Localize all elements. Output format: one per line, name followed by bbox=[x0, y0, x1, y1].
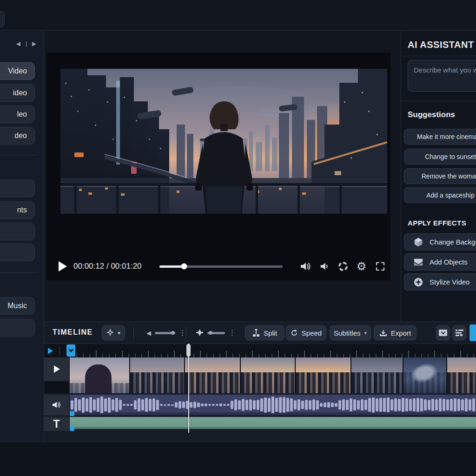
suggestions-title: Suggestions bbox=[408, 110, 455, 119]
player-controls: 00:00:12 / 00:01:20 ⚙ bbox=[46, 256, 390, 277]
panel-toggle-blue-button[interactable] bbox=[469, 324, 476, 341]
panel-divider bbox=[401, 101, 476, 101]
main-area: 00:00:12 / 00:01:20 ⚙ bbox=[44, 31, 401, 322]
list-icon bbox=[456, 330, 463, 336]
snap-icon bbox=[196, 329, 204, 337]
chevron-envelope-icon bbox=[439, 330, 447, 336]
in-point-marker[interactable] bbox=[66, 344, 75, 357]
sidebar-item-7[interactable] bbox=[0, 223, 35, 240]
subtitles-button[interactable]: Subtitles ▾ bbox=[330, 325, 371, 340]
audio-track-header[interactable] bbox=[44, 395, 69, 415]
suggestion-remove-woman[interactable]: Remove the woman bbox=[404, 168, 476, 184]
seek-bar-fill bbox=[159, 265, 184, 268]
loop-icon[interactable] bbox=[334, 261, 352, 272]
clip-thumbnail[interactable] bbox=[130, 357, 184, 393]
clip-thumbnail[interactable] bbox=[185, 357, 240, 393]
video-track-header[interactable] bbox=[44, 357, 69, 381]
clip-thumbnail[interactable] bbox=[447, 357, 476, 393]
clip-thumbnail[interactable] bbox=[403, 357, 446, 393]
fullscreen-icon[interactable] bbox=[371, 261, 390, 271]
suggestion-cinematic[interactable]: Make it more cinematic bbox=[404, 129, 476, 145]
audio-track[interactable] bbox=[70, 395, 476, 415]
preview-video-scene bbox=[60, 69, 387, 214]
chevron-down-icon bbox=[68, 347, 73, 352]
clip-thumbnail[interactable] bbox=[351, 357, 403, 393]
sidebar-item-elements[interactable]: nts bbox=[0, 201, 35, 219]
inbox-button[interactable] bbox=[436, 325, 450, 340]
ai-prompt-input[interactable] bbox=[408, 60, 476, 92]
stylize-icon bbox=[413, 277, 424, 288]
panel-divider bbox=[401, 56, 476, 56]
sidebar-divider bbox=[0, 272, 37, 273]
seek-bar[interactable] bbox=[159, 265, 283, 268]
scale-slider-thumb[interactable] bbox=[209, 331, 212, 335]
chevron-down-icon: ▾ bbox=[118, 330, 120, 336]
split-icon bbox=[252, 329, 260, 337]
top-bar bbox=[0, 0, 476, 31]
video-track bbox=[70, 357, 476, 393]
clip-thumbnail[interactable] bbox=[296, 357, 350, 393]
video-preview-panel: 00:00:12 / 00:01:20 ⚙ bbox=[46, 53, 390, 280]
timeline-play-icon[interactable] bbox=[48, 348, 53, 354]
kebab-menu-icon[interactable]: ⋮ bbox=[229, 329, 236, 337]
cube-icon bbox=[413, 237, 424, 248]
settings-gear-icon[interactable]: ⚙ bbox=[352, 261, 371, 272]
export-icon bbox=[379, 329, 387, 337]
suggestion-sunset[interactable]: Change to sunset bbox=[404, 149, 476, 165]
sidebar-item-5[interactable] bbox=[0, 179, 35, 197]
sidebar-item-video-4[interactable]: deo bbox=[0, 127, 35, 145]
zoom-slider-track[interactable] bbox=[155, 332, 175, 334]
volume-icon[interactable] bbox=[297, 261, 315, 271]
effect-add-objects-button[interactable]: Add Objects bbox=[404, 253, 476, 271]
queue-list-button[interactable] bbox=[452, 325, 466, 340]
speed-icon bbox=[291, 329, 298, 337]
text-clip-handle[interactable] bbox=[70, 426, 74, 431]
audio-waveform bbox=[70, 395, 476, 415]
timeline-ruler[interactable] bbox=[44, 344, 476, 357]
zoom-slider-thumb[interactable] bbox=[171, 331, 175, 335]
layers-icon bbox=[413, 257, 424, 268]
left-triangle-icon: ◀ bbox=[146, 330, 151, 337]
sidebar-item-video-3[interactable]: leo bbox=[0, 106, 35, 123]
video-frame[interactable] bbox=[60, 69, 387, 214]
effect-change-background-button[interactable]: Change Background bbox=[404, 233, 476, 251]
speed-button[interactable]: Speed bbox=[286, 325, 326, 340]
ruler-divider bbox=[60, 347, 60, 355]
clip-thumbnail[interactable] bbox=[241, 357, 295, 393]
text-track-header[interactable]: T bbox=[44, 417, 69, 431]
audio-clip-handle[interactable] bbox=[70, 411, 74, 416]
export-button[interactable]: Export bbox=[374, 325, 416, 340]
duration: 00:01:20 bbox=[111, 262, 141, 271]
play-button[interactable] bbox=[59, 261, 67, 271]
toolbar-divider bbox=[133, 327, 134, 339]
media-sidebar: ◀ ❘ ▶ Video ideo leo deo nts Music bbox=[0, 31, 44, 442]
clip-thumbnail[interactable] bbox=[70, 357, 129, 393]
sidebar-item-music[interactable]: Music bbox=[0, 297, 35, 315]
window-menu-button[interactable] bbox=[0, 11, 5, 27]
zoom-slider-control[interactable]: ◀ ⋮ bbox=[146, 325, 186, 340]
seek-bar-thumb[interactable] bbox=[181, 264, 187, 270]
sidebar-collapse-control[interactable]: ◀ ❘ ▶ bbox=[16, 40, 37, 47]
ruler-ticks bbox=[70, 344, 476, 357]
speaker-icon bbox=[52, 401, 62, 409]
video-clip-strip[interactable] bbox=[70, 357, 476, 393]
ai-assistant-panel: AI ASSISTANT Suggestions Make it more ci… bbox=[401, 31, 476, 322]
sidebar-item-video-2[interactable]: ideo bbox=[0, 84, 35, 102]
effect-stylize-video-button[interactable]: Stylize Video bbox=[404, 273, 476, 291]
kebab-menu-icon[interactable]: ⋮ bbox=[179, 329, 186, 337]
text-track[interactable] bbox=[70, 417, 476, 429]
scale-slider-track[interactable] bbox=[207, 332, 225, 334]
toolbar-divider bbox=[186, 327, 186, 339]
sidebar-item-video-1[interactable]: Video bbox=[0, 62, 35, 80]
scale-slider-control[interactable]: ⋮ bbox=[196, 325, 236, 340]
playhead-handle[interactable] bbox=[186, 344, 191, 357]
video-track-header-spacer bbox=[44, 382, 69, 393]
magic-tools-button[interactable]: ▾ bbox=[102, 325, 125, 340]
sidebar-item-10[interactable] bbox=[0, 319, 35, 337]
sidebar-item-8[interactable] bbox=[0, 244, 35, 261]
split-button[interactable]: Split bbox=[245, 325, 284, 340]
suggestion-add-spaceship[interactable]: Add a spaceship bbox=[404, 187, 476, 203]
playhead-line bbox=[188, 344, 189, 433]
speaker-icon[interactable] bbox=[315, 261, 334, 271]
time-display: 00:00:12 / 00:01:20 bbox=[73, 262, 142, 271]
